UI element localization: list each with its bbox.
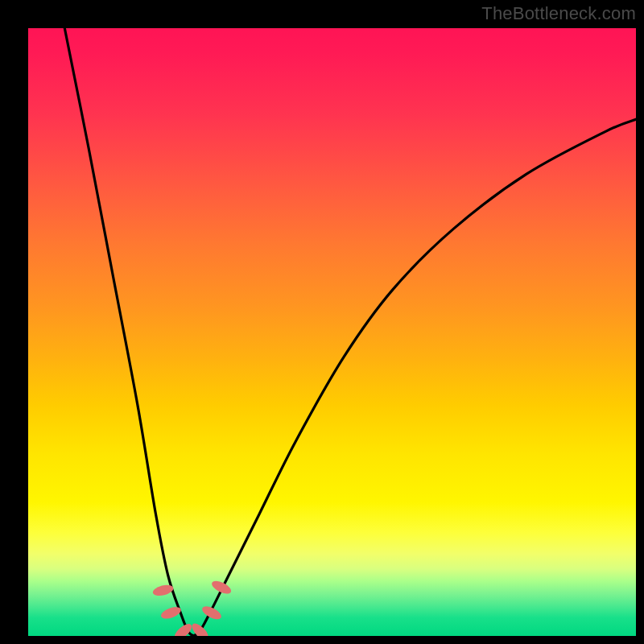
bottleneck-curve [64,28,636,636]
chart-svg [28,28,636,636]
curve-layer [64,28,636,636]
marker-layer [152,578,233,636]
curve-marker [210,578,233,596]
plot-area [28,28,636,636]
curve-marker [200,604,224,622]
chart-frame: TheBottleneck.com [0,0,644,644]
attribution-text: TheBottleneck.com [481,3,636,24]
curve-marker [189,621,211,636]
